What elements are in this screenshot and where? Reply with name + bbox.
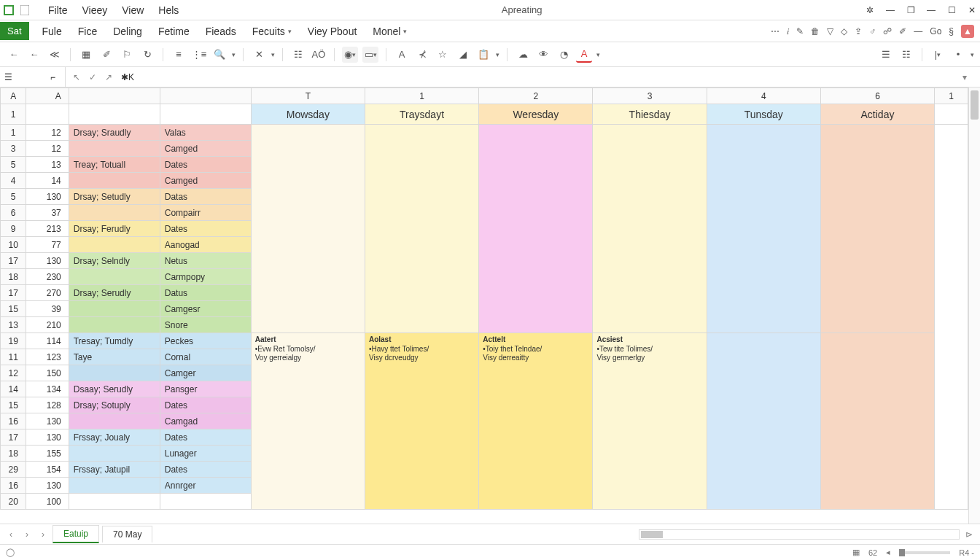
shield-icon[interactable]: ▽ — [827, 26, 833, 36]
tab-expand-icon[interactable]: ⊳ — [962, 528, 976, 541]
cell[interactable] — [69, 269, 160, 285]
cell[interactable]: Netus — [160, 253, 251, 269]
fx-expand-icon[interactable]: ▾ — [962, 72, 973, 82]
row-header[interactable]: 17 — [1, 285, 26, 301]
zoom-out-icon[interactable]: ◂ — [886, 548, 890, 557]
cell[interactable]: 13 — [26, 157, 69, 173]
fx-accept-icon[interactable]: ✓ — [89, 72, 96, 82]
cell[interactable] — [69, 173, 160, 189]
col-header-b[interactable] — [69, 88, 160, 104]
row-header[interactable]: 14 — [1, 381, 26, 397]
cell[interactable] — [69, 478, 160, 494]
row-header[interactable]: 18 — [1, 446, 26, 462]
fx-arrow-icon[interactable]: ↗ — [105, 72, 112, 82]
cell[interactable]: Datus — [160, 285, 251, 301]
cell[interactable]: Camgad — [160, 413, 251, 429]
block-tunsday[interactable] — [707, 125, 820, 333]
day-mowsday[interactable]: Mowsday — [251, 104, 365, 125]
spreadsheet-grid[interactable]: A A T 1 2 3 4 6 1 1 Mowsday Traysdayt We… — [0, 88, 968, 524]
col-header-3[interactable]: 3 — [593, 88, 707, 104]
line-icon[interactable]: — — [914, 26, 922, 36]
back-icon[interactable]: ← — [6, 47, 22, 63]
cell[interactable]: Dates — [160, 397, 251, 413]
fx-input[interactable]: ✱K — [121, 72, 134, 82]
col-header-c[interactable] — [160, 88, 251, 104]
tab-prev-icon[interactable]: ‹ — [4, 528, 18, 541]
flag-icon[interactable]: ⚐ — [119, 47, 135, 63]
cell[interactable]: Treay; Totuall — [69, 157, 160, 173]
cell[interactable]: 134 — [26, 381, 69, 397]
go-button[interactable]: Go — [930, 26, 941, 36]
block-weresday[interactable] — [479, 125, 593, 333]
row-header[interactable]: 18 — [1, 269, 26, 285]
grid-icon[interactable]: ▦ — [78, 47, 94, 63]
cell[interactable]: 130 — [26, 429, 69, 446]
cell[interactable]: Dates — [160, 429, 251, 446]
cell[interactable]: 154 — [26, 462, 69, 478]
cell[interactable]: 128 — [26, 397, 69, 413]
row-header[interactable]: 5 — [1, 157, 26, 173]
settings-icon[interactable]: ✲ — [865, 5, 875, 15]
fontcolor-icon[interactable]: A — [576, 47, 592, 63]
cell[interactable]: Aanogad — [160, 237, 251, 253]
cell[interactable]: 100 — [26, 494, 69, 510]
block-traysday[interactable] — [365, 125, 478, 333]
cell[interactable] — [69, 365, 160, 381]
cell[interactable]: Datas — [160, 189, 251, 205]
chat-icon[interactable]: ▭ ▾ — [362, 47, 378, 63]
star-icon[interactable]: ☆ — [435, 47, 451, 63]
namebox-expand-icon[interactable]: ⌐ — [50, 72, 61, 82]
row-header[interactable]: 17 — [1, 253, 26, 269]
trash-icon[interactable]: 🗑 — [811, 26, 820, 36]
highlight-icon[interactable]: ◢ — [455, 47, 471, 63]
row-header[interactable]: 1 — [1, 125, 26, 141]
more-icon[interactable]: ⋯ — [771, 26, 779, 36]
edit-icon[interactable]: ✐ — [899, 26, 906, 36]
cell[interactable]: 12 — [26, 125, 69, 141]
cell[interactable]: 130 — [26, 189, 69, 205]
cell[interactable]: 114 — [26, 333, 69, 349]
row-header[interactable]: 5 — [1, 189, 26, 205]
row-header[interactable]: 16 — [1, 478, 26, 494]
ribbon-fetime[interactable]: Fetime — [158, 26, 190, 37]
cell[interactable] — [935, 104, 968, 125]
view-normal-icon[interactable]: ▦ — [852, 548, 860, 557]
redo-icon[interactable]: ↻ — [139, 47, 155, 63]
block-tunsday-2[interactable] — [707, 333, 820, 510]
cell[interactable]: Pansger — [160, 381, 251, 397]
cell[interactable] — [69, 237, 160, 253]
block-actiday[interactable] — [820, 125, 934, 333]
cell[interactable]: Frssay; Joualy — [69, 429, 160, 446]
cell[interactable]: Taye — [69, 349, 160, 365]
ribbon-viey[interactable]: Viey Pbout — [308, 26, 357, 37]
day-weresday[interactable]: Weresday — [479, 104, 593, 125]
text-icon[interactable]: AÖ — [311, 47, 327, 63]
zoom-icon[interactable]: 🔍 — [211, 47, 228, 63]
link-icon[interactable]: ♂ — [869, 26, 876, 36]
cell[interactable]: Annrger — [160, 478, 251, 494]
cell[interactable]: Dsaay; Serudly — [69, 381, 160, 397]
upload-icon[interactable]: ⇪ — [855, 26, 862, 36]
horizontal-scrollbar[interactable] — [639, 529, 960, 540]
hamburger-icon[interactable]: ☰ — [4, 72, 15, 82]
note-4[interactable]: Acsiest•Tew tite Tolimes/Visy germerlgy — [593, 333, 707, 510]
cell[interactable]: 270 — [26, 285, 69, 301]
rows-icon[interactable]: ☰ — [878, 47, 894, 63]
cell[interactable]: Peckes — [160, 333, 251, 349]
col-header-1r[interactable]: 1 — [935, 88, 968, 104]
cell[interactable]: Drsay; Sotuply — [69, 397, 160, 413]
row-header[interactable]: 1 — [1, 104, 26, 125]
day-thiesday[interactable]: Thiesday — [593, 104, 707, 125]
col-header-rownum[interactable]: A — [1, 88, 26, 104]
cell[interactable] — [69, 205, 160, 221]
sort-icon[interactable]: |▾ — [930, 47, 946, 63]
ribbon-fieads[interactable]: Fieads — [206, 26, 236, 37]
ribbon-fice[interactable]: Fice — [78, 26, 97, 37]
col-header-a[interactable]: A — [26, 88, 69, 104]
cell[interactable]: Frssay; Jatupil — [69, 462, 160, 478]
cell[interactable]: 77 — [26, 237, 69, 253]
block-thiesday[interactable] — [593, 125, 707, 333]
user-icon[interactable]: ▲ — [961, 25, 974, 38]
cell[interactable] — [69, 494, 160, 510]
zoom-slider[interactable] — [899, 551, 950, 554]
